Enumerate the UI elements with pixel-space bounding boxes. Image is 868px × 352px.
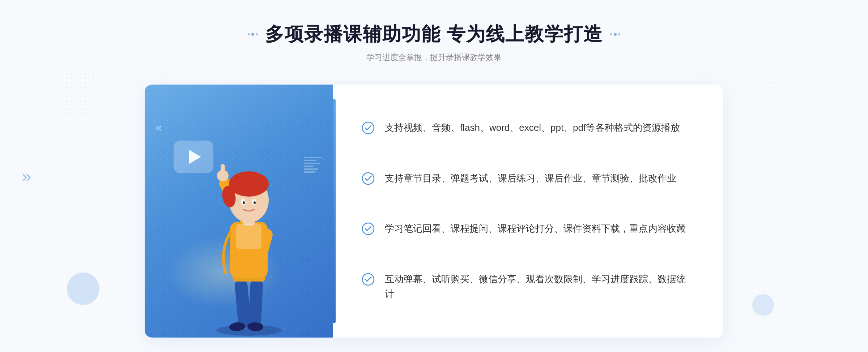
features-panel: 支持视频、音频、flash、word、excel、ppt、pdf等各种格式的资源… <box>333 85 723 338</box>
page-container: » 多项录播课辅助功能 专为线上教学打造 学习进度全掌握，提升录播课教学效果 <box>0 0 868 352</box>
main-title: 多项录播课辅助功能 专为线上教学打造 <box>265 22 603 47</box>
check-circle-icon-2 <box>362 172 375 185</box>
bar-line <box>304 160 316 161</box>
person-illustration <box>198 150 299 338</box>
decorative-circle-left <box>67 272 99 305</box>
decorative-dots-right-top <box>760 72 796 108</box>
dot <box>610 33 612 35</box>
bar-line <box>304 171 315 173</box>
feature-item-4: 互动弹幕、试听购买、微信分享、观看次数限制、学习进度跟踪、数据统计 <box>362 272 694 302</box>
svg-point-21 <box>362 173 374 184</box>
deco-dots-left <box>248 33 258 36</box>
dot <box>251 33 254 36</box>
svg-rect-18 <box>221 164 225 177</box>
dot <box>256 33 258 35</box>
decorative-dots-left <box>65 72 109 116</box>
content-card: « <box>145 85 723 338</box>
svg-point-16 <box>254 201 256 204</box>
chevron-left-icon: » <box>22 166 31 186</box>
feature-text-1: 支持视频、音频、flash、word、excel、ppt、pdf等各种格式的资源… <box>385 120 680 136</box>
arrow-decorative: « <box>156 121 162 134</box>
feature-text-2: 支持章节目录、弹题考试、课后练习、课后作业、章节测验、批改作业 <box>385 171 676 186</box>
feature-item-3: 学习笔记回看、课程提问、课程评论打分、课件资料下载，重点内容收藏 <box>362 221 694 236</box>
svg-rect-19 <box>236 224 261 249</box>
feature-item-1: 支持视频、音频、flash、word、excel、ppt、pdf等各种格式的资源… <box>362 120 694 136</box>
svg-point-15 <box>243 201 245 204</box>
check-circle-icon-4 <box>362 273 375 286</box>
deco-dots-right <box>610 33 620 36</box>
svg-point-20 <box>362 122 374 134</box>
svg-rect-2 <box>248 279 263 327</box>
bar-line <box>304 168 318 170</box>
header-decoration: 多项录播课辅助功能 专为线上教学打造 <box>248 22 620 47</box>
feature-text-4: 互动弹幕、试听购买、微信分享、观看次数限制、学习进度跟踪、数据统计 <box>385 272 694 302</box>
bar-line <box>304 163 320 164</box>
blue-vertical-bar <box>333 99 336 323</box>
dot <box>248 33 250 35</box>
illustration-panel: « <box>145 85 333 338</box>
svg-point-22 <box>362 223 374 235</box>
dot <box>614 33 617 36</box>
decorative-circle-right <box>752 294 774 316</box>
bar-line <box>304 157 322 158</box>
check-circle-icon-1 <box>362 121 375 134</box>
check-circle-icon-3 <box>362 222 375 235</box>
svg-point-23 <box>362 274 374 285</box>
dot <box>618 33 620 35</box>
bar-line <box>304 166 314 167</box>
feature-item-2: 支持章节目录、弹题考试、课后练习、课后作业、章节测验、批改作业 <box>362 171 694 186</box>
bar-lines-decoration <box>304 157 322 173</box>
svg-point-11 <box>229 171 269 197</box>
feature-text-3: 学习笔记回看、课程提问、课程评论打分、课件资料下载，重点内容收藏 <box>385 221 686 236</box>
sub-title: 学习进度全掌握，提升录播课教学效果 <box>248 52 620 63</box>
header-section: 多项录播课辅助功能 专为线上教学打造 学习进度全掌握，提升录播课教学效果 <box>248 22 620 63</box>
